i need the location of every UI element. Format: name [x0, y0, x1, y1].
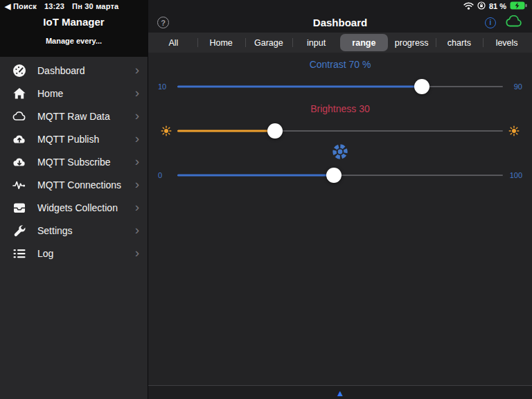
sidebar-item-widgets-collection[interactable]: Widgets Collection ›	[0, 196, 148, 219]
sidebar-item-settings[interactable]: Settings ›	[0, 219, 148, 242]
chevron-right-icon: ›	[135, 154, 139, 168]
aperture-min-label: 0	[158, 171, 175, 179]
tab-progress[interactable]: progress	[388, 34, 436, 51]
wrench-icon	[12, 223, 27, 238]
list-icon	[12, 246, 27, 261]
aperture-max-label: 100	[506, 171, 522, 179]
app-subtitle: Manage every...	[0, 37, 148, 45]
cloud-download-icon	[12, 154, 27, 170]
aperture-widget-icon-row	[148, 142, 532, 164]
sidebar-item-label: MQTT Subscribe	[37, 157, 135, 168]
tab-input[interactable]: input	[292, 34, 340, 51]
page-title: Dashboard	[313, 17, 367, 28]
slider-fill	[177, 175, 334, 177]
sidebar-item-home[interactable]: Home ›	[0, 82, 148, 105]
sidebar-item-mqtt-publish[interactable]: MQTT Publish ›	[0, 127, 148, 150]
tray-icon	[12, 200, 27, 215]
contrast-slider-row: 10 90	[148, 76, 532, 98]
help-icon[interactable]: ?	[157, 17, 169, 28]
aperture-slider-handle[interactable]	[326, 168, 342, 183]
status-date: Пн 30 марта	[72, 2, 118, 11]
status-bar-left: ◀ Поиск 13:23 Пн 30 марта	[0, 0, 148, 11]
contrast-slider-handle[interactable]	[414, 79, 429, 94]
tab-home[interactable]: Home	[197, 34, 245, 51]
chevron-right-icon: ›	[135, 86, 139, 99]
main-header: 81 % ? Dashboard i	[148, 0, 532, 33]
contrast-max-label: 90	[506, 82, 522, 91]
brightness-slider-row	[148, 120, 532, 142]
sidebar-menu: Dashboard › Home › MQTT Raw Data ›	[0, 57, 148, 265]
status-time: 13:23	[44, 2, 64, 11]
tab-all[interactable]: All	[150, 34, 197, 51]
aperture-slider-row: 0 100	[148, 164, 532, 186]
brightness-slider[interactable]	[177, 123, 503, 139]
chevron-right-icon: ›	[135, 109, 139, 122]
brightness-widget-title: Brightness 30	[148, 98, 532, 120]
sidebar-item-label: Widgets Collection	[37, 202, 135, 213]
chevron-right-icon: ›	[135, 200, 139, 213]
chevron-right-icon: ›	[135, 177, 139, 190]
tab-levels[interactable]: levels	[483, 34, 531, 51]
sidebar-item-log[interactable]: Log ›	[0, 242, 148, 265]
sidebar-header: ◀ Поиск 13:23 Пн 30 марта IoT Manager Ma…	[0, 0, 148, 57]
sidebar-item-mqtt-connections[interactable]: MQTT Connections ›	[0, 173, 148, 196]
sidebar-item-mqtt-raw-data[interactable]: MQTT Raw Data ›	[0, 105, 148, 127]
app-title: IoT Manager	[0, 16, 148, 28]
nav-right-icons: i	[485, 15, 523, 30]
waveform-icon	[12, 177, 27, 193]
cloud-upload-icon	[12, 132, 27, 147]
contrast-min-label: 10	[158, 82, 175, 91]
sidebar-item-label: Log	[37, 248, 135, 259]
tab-garage[interactable]: Garage	[245, 34, 293, 51]
sidebar-item-label: MQTT Raw Data	[37, 111, 135, 122]
tab-range[interactable]: range	[340, 34, 388, 51]
sun-min-icon	[158, 125, 175, 136]
chevron-right-icon: ›	[135, 246, 139, 259]
nav-bar: ? Dashboard i	[148, 12, 532, 33]
battery-icon	[510, 1, 527, 11]
sidebar-item-dashboard[interactable]: Dashboard ›	[0, 59, 148, 82]
rotation-lock-icon	[477, 1, 486, 11]
aperture-slider[interactable]	[177, 167, 503, 184]
slider-fill	[177, 130, 275, 132]
contrast-slider[interactable]	[177, 78, 503, 95]
battery-percent: 81 %	[489, 2, 506, 10]
home-icon	[12, 86, 27, 101]
cloud-icon	[12, 109, 27, 124]
tab-charts[interactable]: charts	[436, 34, 484, 51]
sidebar-item-mqtt-subscribe[interactable]: MQTT Subscribe ›	[0, 150, 148, 173]
back-to-app-indicator: ◀ Поиск	[5, 2, 37, 11]
sidebar-item-label: Dashboard	[37, 65, 135, 76]
contrast-widget-title: Contrast 70 %	[148, 53, 532, 76]
chevron-right-icon: ›	[135, 63, 139, 76]
sun-max-icon	[506, 125, 522, 136]
wifi-icon	[463, 2, 474, 11]
brightness-slider-handle[interactable]	[267, 123, 283, 139]
expand-up-icon[interactable]: ▲	[336, 389, 345, 398]
sidebar-item-label: MQTT Connections	[37, 179, 135, 190]
sidebar-item-label: Home	[37, 88, 135, 99]
chevron-right-icon: ›	[135, 132, 139, 145]
slider-fill	[177, 86, 422, 88]
main-panel: 81 % ? Dashboard i All Home Garage i	[148, 0, 532, 399]
bottom-drawer-bar: ▲	[148, 385, 532, 399]
chevron-right-icon: ›	[135, 223, 139, 236]
app-window: ◀ Поиск 13:23 Пн 30 марта IoT Manager Ma…	[0, 0, 532, 399]
dashboard-content: Contrast 70 % 10 90 Brightness 30	[148, 53, 532, 385]
sidebar-item-label: MQTT Publish	[37, 134, 135, 145]
sidebar: ◀ Поиск 13:23 Пн 30 марта IoT Manager Ma…	[0, 0, 148, 399]
tab-bar: All Home Garage input range progress cha…	[148, 33, 532, 53]
sidebar-item-label: Settings	[37, 225, 135, 236]
cloud-connection-icon[interactable]	[505, 15, 523, 30]
status-bar-right: 81 %	[463, 1, 527, 11]
info-icon[interactable]: i	[485, 17, 496, 28]
gauge-icon	[12, 63, 27, 78]
aperture-icon	[332, 143, 348, 163]
